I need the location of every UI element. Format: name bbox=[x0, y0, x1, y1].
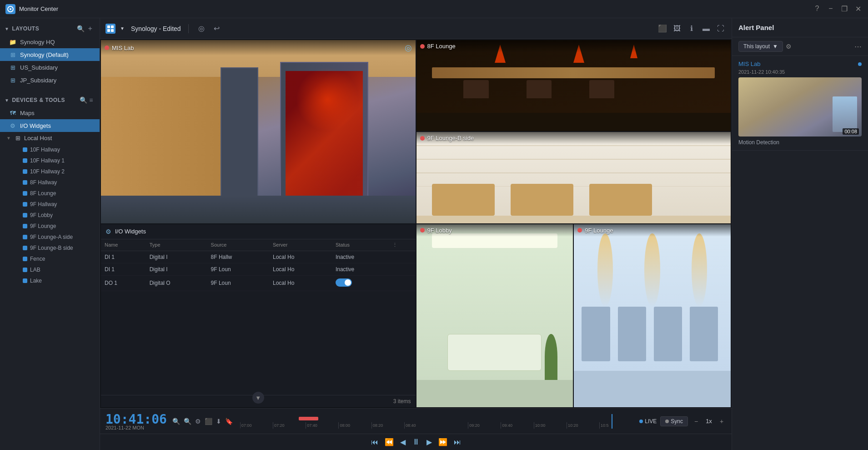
camera-dot bbox=[23, 257, 27, 261]
camera-label: 8F Lounge bbox=[30, 190, 56, 197]
sync-dot bbox=[665, 420, 669, 423]
step-back-btn[interactable]: ⏪ bbox=[385, 438, 394, 446]
sidebar-item-synology-default[interactable]: ⊞ Synology (Default) bbox=[0, 48, 100, 61]
snapshot-icon[interactable]: 🖼 bbox=[672, 25, 682, 33]
close-button[interactable]: ✕ bbox=[853, 5, 863, 13]
search-icon[interactable]: 🔍 bbox=[77, 25, 85, 32]
layout-view-icon[interactable]: ▬ bbox=[701, 25, 712, 33]
camera-item-9f-hallway[interactable]: 9F Hallway bbox=[0, 199, 100, 210]
alert-thumbnail[interactable]: 00:08 bbox=[738, 77, 862, 137]
sync-status-icon[interactable]: ◎ bbox=[196, 24, 207, 33]
camera-dot bbox=[23, 158, 27, 163]
devices-section-header[interactable]: ▼ Devices & Tools 🔍 ≡ bbox=[0, 94, 100, 106]
ptz-icon[interactable]: ◎ bbox=[405, 43, 412, 53]
camera-cell-8f-lounge[interactable]: 8F Lounge bbox=[416, 40, 731, 131]
alert-timestamp: 2021-11-22 10:40:35 bbox=[738, 69, 862, 75]
restore-button[interactable]: ❐ bbox=[840, 5, 849, 13]
sidebar-item-us-subsidiary[interactable]: ⊞ US_Subsidary bbox=[0, 61, 100, 74]
skip-back-btn[interactable]: ⏮ bbox=[371, 438, 378, 446]
info-icon[interactable]: ℹ bbox=[686, 24, 697, 33]
row3-toggle[interactable] bbox=[332, 275, 389, 291]
add-layout-icon[interactable]: ＋ bbox=[87, 25, 94, 33]
timeline-track[interactable]: 07:00 07:20 07:40 08:00 08:20 08:40 09:2… bbox=[240, 414, 632, 429]
filter-btn[interactable]: ⚙ bbox=[195, 418, 201, 425]
alert-filter-icon[interactable]: ⚙ bbox=[786, 43, 792, 50]
export-btn[interactable]: ⬇ bbox=[216, 418, 221, 425]
bottom-right-grid: 9F Lobby bbox=[416, 224, 731, 408]
io-table: Name Type Source Server Status ⋮ DI 1 Di… bbox=[101, 239, 416, 291]
fullscreen-icon[interactable]: ⛶ bbox=[715, 25, 726, 33]
zoom-in-btn[interactable]: 🔍 bbox=[184, 418, 191, 425]
camera-item-8f-hallway[interactable]: 8F Hallway bbox=[0, 177, 100, 188]
alert-camera-name[interactable]: MIS Lab bbox=[738, 61, 854, 67]
sync-button[interactable]: Sync bbox=[660, 416, 688, 426]
speed-decrease-btn[interactable]: − bbox=[692, 418, 701, 425]
layouts-section-header[interactable]: ▼ Layouts 🔍 ＋ bbox=[0, 22, 100, 35]
camera-item-9f-lounge-a[interactable]: 9F Lounge-A side bbox=[0, 232, 100, 243]
bookmark-btn[interactable]: 🔖 bbox=[225, 418, 233, 425]
sidebar-item-synology-hq[interactable]: 📁 Synology HQ bbox=[0, 35, 100, 48]
row2-source: 9F Loun bbox=[207, 263, 269, 275]
alert-filter-dropdown[interactable]: This layout ▼ bbox=[738, 41, 783, 52]
camera-dot bbox=[23, 235, 27, 239]
screen-mode-icon[interactable]: ⬛ bbox=[657, 24, 668, 33]
camera-item-lab[interactable]: LAB bbox=[0, 264, 100, 275]
alert-dot bbox=[858, 62, 862, 66]
skip-forward-btn[interactable]: ⏭ bbox=[454, 438, 461, 446]
layout-dropdown[interactable]: ▼ bbox=[120, 26, 125, 31]
camera-cell-9f-lounge-b[interactable]: 9F Lounge-B side bbox=[416, 132, 731, 223]
undo-icon[interactable]: ↩ bbox=[211, 24, 222, 33]
sidebar-item-maps[interactable]: 🗺 Maps bbox=[0, 106, 100, 119]
devices-sort-icon[interactable]: ≡ bbox=[89, 96, 93, 104]
help-button[interactable]: ? bbox=[813, 5, 822, 13]
row2-status: Inactive bbox=[332, 263, 389, 275]
sidebar-item-io-widgets[interactable]: ⚙ I/O Widgets bbox=[0, 119, 100, 132]
io-row-2: DI 1 Digital I 9F Loun Local Ho Inactive bbox=[101, 263, 416, 275]
camera-cell-9f-lobby[interactable]: 9F Lobby bbox=[416, 224, 573, 408]
svg-rect-3 bbox=[111, 25, 114, 28]
app-title: Monitor Center bbox=[19, 5, 809, 12]
io-widget-title: I/O Widgets bbox=[115, 228, 146, 235]
devices-search-icon[interactable]: 🔍 bbox=[80, 96, 88, 104]
next-frame-btn[interactable]: ▶ bbox=[426, 438, 432, 446]
step-forward-btn[interactable]: ⏩ bbox=[438, 438, 447, 446]
recording-dot-9flo bbox=[577, 228, 582, 233]
camera-item-9f-lounge[interactable]: 9F Lounge bbox=[0, 221, 100, 232]
zoom-out-btn[interactable]: 🔍 bbox=[172, 418, 180, 425]
row2-type: Digital I bbox=[146, 263, 207, 275]
sidebar: ▼ Layouts 🔍 ＋ 📁 Synology HQ ⊞ Synology (… bbox=[0, 18, 100, 450]
row3-server: Local Ho bbox=[269, 275, 332, 291]
camera-item-10f-hallway2[interactable]: 10F Hallway 2 bbox=[0, 166, 100, 177]
camera-item-9f-lobby[interactable]: 9F Lobby bbox=[0, 210, 100, 221]
camera-item-fence[interactable]: Fence bbox=[0, 253, 100, 264]
toolbar-layout-icon bbox=[105, 24, 115, 34]
recording-dot bbox=[105, 46, 109, 50]
camera-cell-mis-lab[interactable]: MIS Lab ◎ bbox=[101, 40, 416, 223]
video-grid: MIS Lab ◎ bbox=[100, 39, 732, 408]
layout-timeline-btn[interactable]: ⬛ bbox=[205, 418, 212, 425]
alert-more-icon[interactable]: ⋯ bbox=[854, 42, 862, 51]
camera-item-10f-hallway1[interactable]: 10F Hallway 1 bbox=[0, 155, 100, 166]
camera-cell-9f-lounge[interactable]: 9F Lounge bbox=[574, 224, 731, 408]
svg-point-1 bbox=[10, 8, 11, 10]
sidebar-item-jp-subsidiary[interactable]: ⊞ JP_Subsidary bbox=[0, 74, 100, 86]
camera-item-9f-lounge-b[interactable]: 9F Lounge-B side bbox=[0, 243, 100, 253]
alert-timer: 00:08 bbox=[843, 128, 859, 135]
scroll-down-btn[interactable]: ▼ bbox=[252, 392, 264, 404]
content-area: ▼ Synology - Edited ◎ ↩ ⬛ 🖼 ℹ ▬ ⛶ bbox=[100, 18, 732, 450]
pause-btn[interactable]: ⏸ bbox=[412, 437, 420, 447]
timeline-controls: 🔍 🔍 ⚙ ⬛ ⬇ 🔖 bbox=[172, 418, 233, 425]
camera-item-lake[interactable]: Lake bbox=[0, 275, 100, 286]
speed-increase-btn[interactable]: + bbox=[717, 418, 726, 425]
do1-toggle[interactable] bbox=[336, 278, 352, 287]
local-host-group[interactable]: ▼ ⊞ Local Host bbox=[0, 132, 100, 144]
minimize-button[interactable]: − bbox=[826, 5, 835, 13]
col-more[interactable]: ⋮ bbox=[389, 239, 416, 251]
prev-frame-btn[interactable]: ◀ bbox=[400, 438, 406, 446]
folder-icon: 📁 bbox=[9, 38, 16, 46]
camera-item-8f-lounge[interactable]: 8F Lounge bbox=[0, 188, 100, 199]
cell-title-9f-lounge-b: 9F Lounge-B side bbox=[427, 135, 474, 142]
camera-label: 9F Lounge-A side bbox=[30, 234, 73, 240]
live-badge: LIVE bbox=[639, 418, 657, 425]
camera-item-10f-hallway[interactable]: 10F Hallway bbox=[0, 144, 100, 155]
